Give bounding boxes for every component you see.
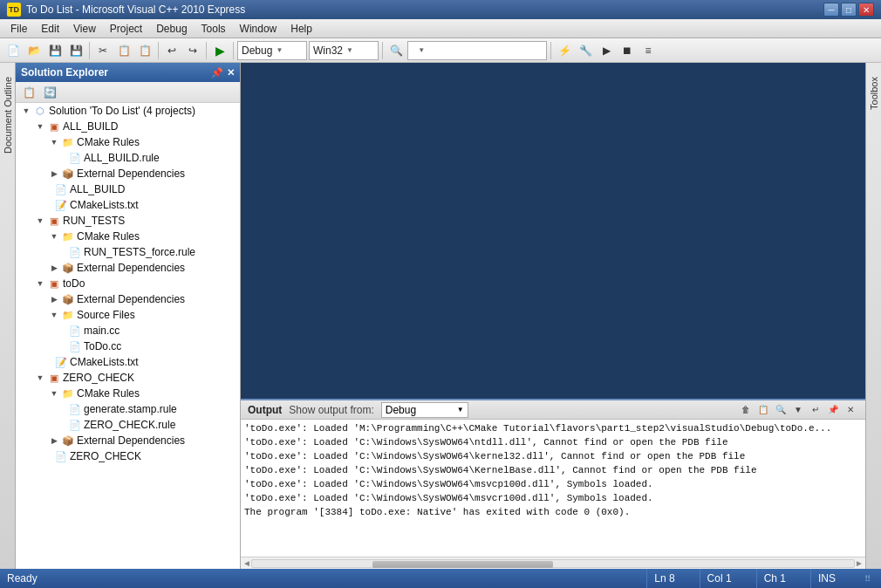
menu-window[interactable]: Window [233, 20, 284, 38]
menu-help[interactable]: Help [283, 20, 319, 38]
tree-run-tests[interactable]: ▼ ▣ RUN_TESTS [16, 213, 240, 229]
minimize-button[interactable]: ─ [823, 3, 839, 17]
toolbar-extra5[interactable]: ≡ [639, 41, 658, 60]
toolbar-extra4[interactable]: ⏹ [618, 41, 637, 60]
toolbar-save[interactable]: 💾 [45, 41, 65, 60]
toolbar-open[interactable]: 📂 [24, 41, 44, 60]
tree-zerocheck-file[interactable]: 📄 ZERO_CHECK [16, 448, 240, 464]
toolbar-sep4 [233, 42, 234, 59]
tree-allbuild-cmakelists[interactable]: 📝 CMakeLists.txt [16, 197, 240, 213]
toolbox-tab[interactable]: Toolbox [865, 63, 881, 569]
output-toolbar-icons: 🗑 📋 🔍 ▼ ↵ 📌 ✕ [738, 402, 858, 418]
status-bar: Ready Ln 8 Col 1 Ch 1 INS ⠿ [0, 569, 881, 588]
tree-allbuild-cmake-rules[interactable]: ▼ 📁 CMake Rules [16, 134, 240, 150]
toolbar-paste[interactable]: 📋 [135, 41, 154, 60]
tree-todo-source-files[interactable]: ▼ 📁 Source Files [16, 307, 240, 323]
toolbar-sep6 [550, 42, 551, 59]
output-pin-btn[interactable]: 📌 [825, 402, 841, 418]
status-ins: INS [810, 569, 843, 588]
platform-dropdown[interactable]: Win32 ▼ [309, 41, 379, 60]
toolbar-saveall[interactable]: 💾 [66, 41, 85, 60]
tree-todo-cmakelists[interactable]: 📝 CMakeLists.txt [16, 354, 240, 370]
output-horizontal-scrollbar[interactable]: ◄ ► [241, 557, 865, 569]
output-copy-btn[interactable]: 📋 [755, 402, 771, 418]
tree-allbuild-ext-deps[interactable]: ▶ 📦 External Dependencies [16, 166, 240, 181]
toolbar-search-icon: 🔍 [386, 41, 406, 60]
output-line-2: 'toDo.exe': Loaded 'C:\Windows\SysWOW64\… [244, 449, 862, 463]
tree-zerocheck-cmake-rules[interactable]: ▼ 📁 CMake Rules [16, 386, 240, 401]
menu-bar: File Edit View Project Debug Tools Windo… [0, 19, 881, 38]
maximize-button[interactable]: □ [841, 3, 857, 17]
se-tree: ▼ ⬡ Solution 'To Do List' (4 projects) ▼… [16, 103, 240, 569]
tree-todo[interactable]: ▼ ▣ toDo [16, 276, 240, 291]
solution-explorer: Solution Explorer 📌 ✕ 📋 🔄 ▼ ⬡ Solution '… [16, 63, 241, 569]
menu-project[interactable]: Project [103, 20, 149, 38]
output-line-1: 'toDo.exe': Loaded 'C:\Windows\SysWOW64\… [244, 435, 862, 449]
menu-view[interactable]: View [66, 20, 103, 38]
se-header-icons: 📌 ✕ [211, 67, 235, 79]
toolbar: 📄 📂 💾 💾 ✂ 📋 📋 ↩ ↪ ▶ Debug ▼ Win32 ▼ 🔍 ▼ … [0, 38, 881, 63]
tree-allbuild-rule[interactable]: 📄 ALL_BUILD.rule [16, 150, 240, 166]
output-source-dropdown[interactable]: Debug ▼ [381, 402, 468, 418]
show-from-label: Show output from: [289, 404, 373, 416]
main-area: Document Outline Solution Explorer 📌 ✕ 📋… [0, 63, 881, 569]
se-close-icon[interactable]: ✕ [227, 67, 235, 79]
tree-zerocheck-ext-deps[interactable]: ▶ 📦 External Dependencies [16, 433, 240, 448]
se-pin-icon[interactable]: 📌 [211, 67, 223, 79]
tree-todo-todo-cc[interactable]: 📄 ToDo.cc [16, 338, 240, 354]
toolbar-extra1[interactable]: ⚡ [555, 41, 574, 60]
toolbar-new[interactable]: 📄 [3, 41, 23, 60]
close-button[interactable]: ✕ [858, 3, 874, 17]
status-ch: Ch 1 [756, 569, 793, 588]
output-panel: Output Show output from: Debug ▼ 🗑 📋 🔍 ▼… [241, 399, 865, 569]
menu-tools[interactable]: Tools [195, 20, 233, 38]
toolbar-undo[interactable]: ↩ [162, 41, 181, 60]
output-line-4: 'toDo.exe': Loaded 'C:\Windows\SysWOW64\… [244, 477, 862, 491]
output-content: 'toDo.exe': Loaded 'M:\Programming\C++\C… [241, 420, 865, 557]
tree-zero-check[interactable]: ▼ ▣ ZERO_CHECK [16, 370, 240, 386]
output-close-btn[interactable]: ✕ [843, 402, 858, 418]
output-find-btn[interactable]: 🔍 [773, 402, 789, 418]
solution-explorer-header: Solution Explorer 📌 ✕ [16, 63, 240, 82]
tree-runtests-cmake-rules[interactable]: ▼ 📁 CMake Rules [16, 229, 240, 244]
output-line-5: 'toDo.exe': Loaded 'C:\Windows\SysWOW64\… [244, 491, 862, 505]
toolbar-start[interactable]: ▶ [210, 41, 229, 60]
status-grip-icon: ⠿ [860, 571, 874, 585]
toolbar-extra3[interactable]: ▶ [597, 41, 616, 60]
toolbar-extra2[interactable]: 🔧 [576, 41, 595, 60]
toolbar-cut[interactable]: ✂ [93, 41, 113, 60]
menu-edit[interactable]: Edit [34, 20, 66, 38]
document-outline-label: Document Outline [0, 72, 16, 159]
tree-zerocheck-rule[interactable]: 📄 ZERO_CHECK.rule [16, 417, 240, 433]
tree-solution[interactable]: ▼ ⬡ Solution 'To Do List' (4 projects) [16, 103, 240, 119]
output-clear-btn[interactable]: 🗑 [738, 402, 754, 418]
se-properties-btn[interactable]: 📋 [19, 83, 38, 102]
debug-config-dropdown[interactable]: Debug ▼ [237, 41, 307, 60]
se-refresh-btn[interactable]: 🔄 [40, 83, 59, 102]
title-bar: TD To Do List - Microsoft Visual C++ 201… [0, 0, 881, 19]
output-filter-btn[interactable]: ▼ [790, 402, 806, 418]
menu-debug[interactable]: Debug [149, 20, 194, 38]
toolbar-redo[interactable]: ↪ [183, 41, 202, 60]
scroll-thumb[interactable] [372, 561, 553, 568]
output-line-0: 'toDo.exe': Loaded 'M:\Programming\C++\C… [244, 421, 862, 435]
tree-zerocheck-gen-rule[interactable]: 📄 generate.stamp.rule [16, 401, 240, 417]
app-icon: TD [7, 3, 21, 17]
menu-file[interactable]: File [3, 20, 34, 38]
scroll-right-arrow[interactable]: ► [855, 558, 864, 568]
scroll-left-arrow[interactable]: ◄ [242, 558, 251, 568]
tree-all-build[interactable]: ▼ ▣ ALL_BUILD [16, 119, 240, 134]
tree-todo-ext-deps[interactable]: ▶ 📦 External Dependencies [16, 291, 240, 307]
tree-todo-main-cc[interactable]: 📄 main.cc [16, 323, 240, 338]
toolbar-copy[interactable]: 📋 [114, 41, 133, 60]
scroll-track[interactable] [251, 559, 855, 568]
tree-runtests-ext-deps[interactable]: ▶ 📦 External Dependencies [16, 260, 240, 276]
search-dropdown[interactable]: ▼ [407, 41, 547, 60]
status-col: Col 1 [700, 569, 739, 588]
tree-allbuild-file[interactable]: 📄 ALL_BUILD [16, 181, 240, 197]
document-outline-tab[interactable]: Document Outline [0, 63, 16, 569]
output-wordwrap-btn[interactable]: ↵ [808, 402, 823, 418]
window-controls: ─ □ ✕ [823, 3, 874, 17]
toolbox-label: Toolbox [866, 72, 881, 115]
tree-runtests-rule[interactable]: 📄 RUN_TESTS_force.rule [16, 244, 240, 260]
